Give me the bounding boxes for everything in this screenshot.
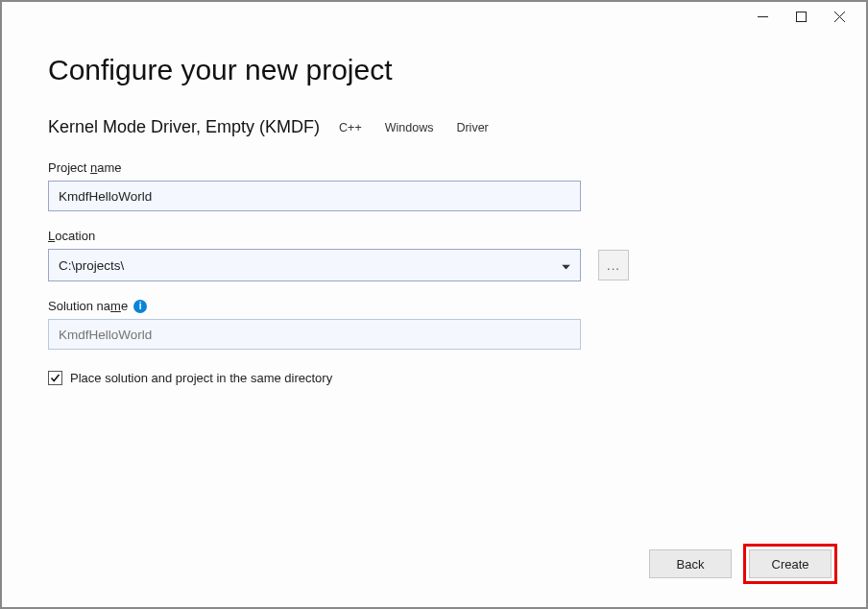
solution-name-field: Solution name i bbox=[48, 299, 820, 350]
location-field: Location C:\projects\ ... bbox=[48, 229, 820, 281]
same-directory-label: Place solution and project in the same d… bbox=[70, 371, 332, 385]
footer-buttons: Back Create bbox=[649, 544, 837, 584]
location-value: C:\projects\ bbox=[59, 258, 124, 273]
dialog-window: Configure your new project Kernel Mode D… bbox=[0, 0, 868, 609]
svg-marker-4 bbox=[562, 265, 570, 270]
chevron-down-icon bbox=[562, 258, 570, 273]
location-label: Location bbox=[48, 229, 820, 243]
template-tag: Driver bbox=[452, 119, 492, 136]
same-directory-checkbox[interactable] bbox=[48, 371, 62, 385]
location-combobox[interactable]: C:\projects\ bbox=[48, 249, 581, 281]
solution-name-input bbox=[48, 319, 581, 350]
template-name: Kernel Mode Driver, Empty (KMDF) bbox=[48, 117, 320, 137]
close-button[interactable] bbox=[820, 3, 858, 30]
create-button[interactable]: Create bbox=[749, 549, 832, 578]
svg-rect-1 bbox=[796, 12, 806, 21]
page-title: Configure your new project bbox=[48, 54, 820, 86]
project-name-field: Project name bbox=[48, 160, 820, 211]
create-button-highlight: Create bbox=[743, 544, 837, 584]
same-directory-checkbox-row[interactable]: Place solution and project in the same d… bbox=[48, 371, 820, 385]
template-tag: Windows bbox=[381, 119, 438, 136]
project-name-input[interactable] bbox=[48, 181, 581, 211]
content-area: Configure your new project Kernel Mode D… bbox=[2, 31, 866, 607]
browse-button[interactable]: ... bbox=[598, 250, 629, 280]
back-button[interactable]: Back bbox=[649, 549, 732, 578]
solution-name-label: Solution name i bbox=[48, 299, 820, 313]
project-name-label: Project name bbox=[48, 160, 820, 175]
template-row: Kernel Mode Driver, Empty (KMDF) C++ Win… bbox=[48, 117, 820, 137]
info-icon[interactable]: i bbox=[133, 300, 147, 313]
titlebar bbox=[2, 2, 866, 31]
template-tag: C++ bbox=[335, 119, 366, 136]
minimize-button[interactable] bbox=[743, 3, 782, 30]
maximize-button[interactable] bbox=[782, 3, 820, 30]
